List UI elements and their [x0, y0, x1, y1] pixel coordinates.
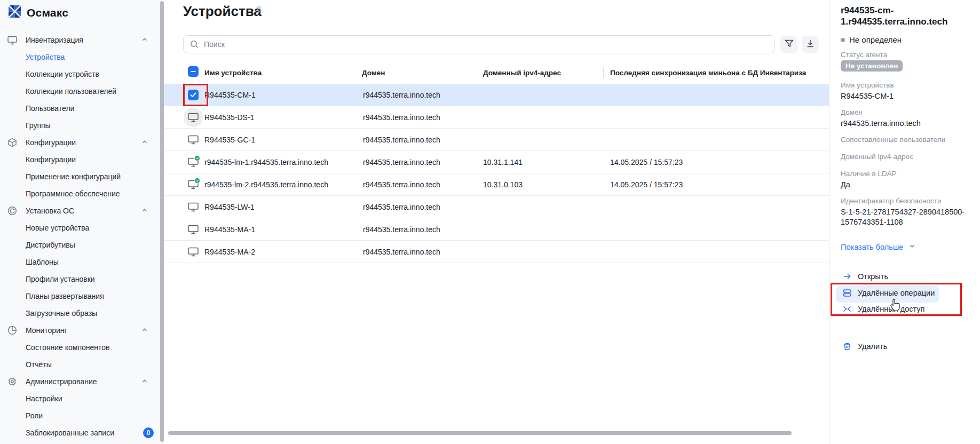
- sidebar-item-distributions[interactable]: Дистрибутивы: [0, 236, 160, 253]
- sidebar-item-reports[interactable]: Отчёты: [0, 356, 160, 373]
- chevron-up-icon[interactable]: [141, 36, 148, 45]
- sidebar-item-label: Устройства: [26, 53, 65, 61]
- sidebar-item-label: Применение конфигураций: [26, 172, 121, 181]
- sidebar-item-component-status[interactable]: Состояние компонентов: [0, 339, 160, 356]
- status-text: Не определен: [849, 35, 902, 44]
- device-domain: r944535.terra.inno.tech: [363, 180, 440, 189]
- sidebar-item-user-collections[interactable]: Коллекции пользователей: [0, 83, 160, 100]
- device-domain: r944535.terra.inno.tech: [363, 91, 440, 99]
- sidebar-item-label: Дистрибутивы: [26, 241, 75, 249]
- column-divider: [359, 67, 359, 78]
- table-row[interactable]: r944535-lm-2.r944535.terra.inno.tech r94…: [164, 173, 829, 196]
- table-row[interactable]: r944535-lm-1.r944535.terra.inno.tech r94…: [164, 151, 829, 173]
- sidebar-item-settings[interactable]: Настройки: [0, 390, 160, 407]
- sidebar-item-config-application[interactable]: Применение конфигураций: [0, 168, 160, 185]
- app-logo: Осмакс: [7, 4, 68, 21]
- sidebar-item-deployment-plans[interactable]: Планы развертывания: [0, 288, 160, 305]
- filter-button[interactable]: [780, 36, 797, 53]
- page-count: 8: [257, 4, 261, 13]
- pie-chart-icon: [7, 326, 17, 335]
- chevron-up-icon[interactable]: [141, 326, 148, 335]
- chevron-up-icon[interactable]: [141, 377, 148, 386]
- sidebar-item-templates[interactable]: Шаблоны: [0, 253, 160, 271]
- sidebar-section-inventory[interactable]: Инвентаризация: [0, 31, 160, 49]
- col-header-domain[interactable]: Домен: [362, 69, 385, 77]
- blocked-count-badge: 0: [143, 427, 154, 438]
- status-dot-icon: [841, 38, 845, 42]
- row-checkbox-checked[interactable]: [188, 90, 199, 100]
- device-monitor-icon: [187, 224, 199, 235]
- device-name: R944535-CM-1: [204, 91, 256, 99]
- table-row[interactable]: R944535-MA-1 r944535.terra.inno.tech: [164, 218, 829, 241]
- sidebar-section-monitoring[interactable]: Мониторинг: [0, 322, 160, 339]
- horizontal-scrollbar[interactable]: [168, 431, 792, 435]
- field-label: Доменный ipv4-адрес: [841, 153, 913, 161]
- table-row[interactable]: R944535-DS-1 r944535.terra.inno.tech: [164, 106, 829, 129]
- device-domain: r944535.terra.inno.tech: [363, 248, 440, 256]
- sidebar-item-blocked-accounts[interactable]: Заблокированные записи 0: [0, 424, 160, 441]
- table-row[interactable]: R944535-MA-2 r944535.terra.inno.tech: [164, 241, 829, 263]
- field-value: R944535-CM-1: [841, 91, 970, 101]
- col-header-sync[interactable]: Последняя синхронизация миньона с БД Инв…: [610, 69, 806, 77]
- search-icon: [190, 40, 199, 49]
- sidebar: Осмакс Инвентаризация Устройства Коллекц…: [0, 0, 164, 444]
- sidebar-item-users[interactable]: Пользователи: [0, 100, 160, 117]
- show-more-link[interactable]: Показать больше: [841, 242, 916, 251]
- device-status: Не определен: [841, 35, 902, 44]
- sidebar-item-new-devices[interactable]: Новые устройства: [0, 219, 160, 236]
- chevron-up-icon[interactable]: [141, 138, 148, 147]
- sidebar-section-os-install[interactable]: Установка ОС: [0, 202, 160, 219]
- table-row[interactable]: R944535-GC-1 r944535.terra.inno.tech: [164, 129, 829, 151]
- sidebar-item-label: Загрузочные образы: [26, 309, 97, 318]
- device-domain: r944535.terra.inno.tech: [363, 203, 440, 211]
- col-header-ip[interactable]: Доменный ipv4-адрес: [483, 69, 561, 77]
- show-more-label: Показать больше: [841, 243, 903, 251]
- sidebar-item-device-collections[interactable]: Коллекции устройств: [0, 66, 160, 83]
- device-domain: r944535.terra.inno.tech: [363, 113, 440, 122]
- sidebar-item-label: Шаблоны: [26, 258, 59, 266]
- sidebar-item-devices[interactable]: Устройства: [0, 49, 160, 66]
- sidebar-scrollbar[interactable]: [160, 1, 164, 442]
- sidebar-item-boot-images[interactable]: Загрузочные образы: [0, 305, 160, 322]
- col-header-name[interactable]: Имя устройства: [204, 69, 262, 77]
- sidebar-section-configurations[interactable]: Конфигурации: [0, 134, 160, 151]
- sidebar-item-software[interactable]: Программное обеспечение: [0, 185, 160, 202]
- table-row[interactable]: R944535-LW-1 r944535.terra.inno.tech: [164, 196, 829, 218]
- field-label: Домен: [841, 108, 863, 116]
- sidebar-item-roles[interactable]: Роли: [0, 407, 160, 424]
- device-monitor-icon: [187, 202, 199, 212]
- download-button[interactable]: [802, 36, 819, 53]
- delete-button[interactable]: Удалить: [843, 342, 887, 351]
- sidebar-item-groups[interactable]: Группы: [0, 117, 160, 134]
- sidebar-item-label: Инвентаризация: [26, 36, 83, 44]
- sidebar-item-label: Планы развертывания: [26, 292, 104, 300]
- sidebar-item-label: Мониторинг: [26, 326, 67, 335]
- search-input[interactable]: [204, 40, 774, 49]
- chevron-down-icon: [908, 242, 916, 251]
- open-button[interactable]: Открыть: [843, 272, 888, 281]
- device-ip: 10.31.0.103: [483, 180, 523, 189]
- field-value: r944535.terra.inno.tech: [841, 118, 970, 129]
- remote-operations-button[interactable]: Удалённые операции: [843, 289, 935, 297]
- remote-operations-label: Удалённые операции: [858, 289, 935, 297]
- sidebar-item-label: Администрирование: [26, 377, 97, 386]
- package-icon: [7, 138, 17, 147]
- online-badge-icon: [194, 155, 200, 161]
- agent-status-badge: Не установлен: [841, 60, 903, 72]
- device-monitor-icon: [187, 112, 199, 123]
- chevron-up-icon[interactable]: [141, 207, 148, 216]
- device-monitor-icon: [187, 247, 199, 257]
- server-stack-icon: [843, 289, 851, 297]
- sidebar-item-label: Отчёты: [26, 360, 52, 369]
- sidebar-section-administration[interactable]: Администрирование: [0, 373, 160, 390]
- main-content: Устройства 8 Имя устройства Домен Доменн…: [164, 0, 829, 444]
- select-all-checkbox[interactable]: [188, 66, 199, 77]
- detail-panel: r944535-cm-1.r944535.terra.inno.tech Не …: [829, 0, 980, 444]
- table-row[interactable]: R944535-CM-1 r944535.terra.inno.tech: [164, 84, 829, 106]
- sidebar-item-configurations[interactable]: Конфигурации: [0, 151, 160, 168]
- download-icon: [806, 39, 815, 50]
- remote-access-button[interactable]: Удалённый доступ: [843, 305, 924, 313]
- sidebar-item-install-profiles[interactable]: Профили установки: [0, 271, 160, 288]
- device-domain: r944535.terra.inno.tech: [363, 158, 440, 166]
- trash-icon: [843, 342, 851, 351]
